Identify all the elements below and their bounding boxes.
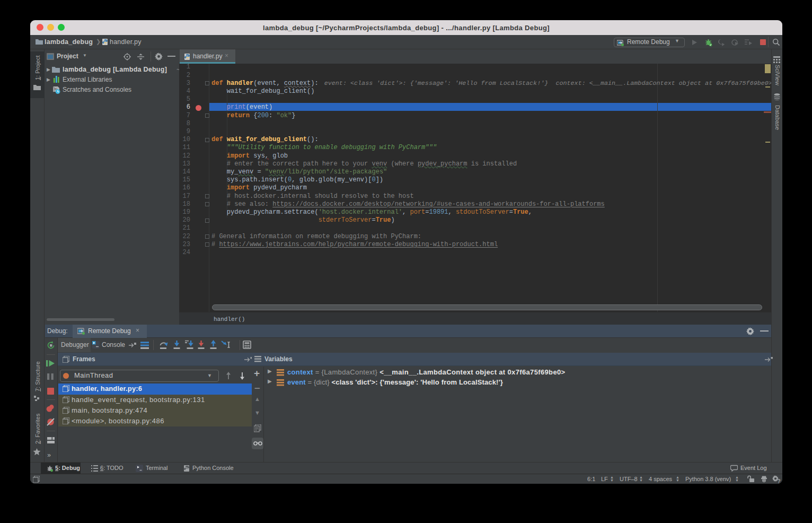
svg-text:?: ? xyxy=(778,478,781,484)
